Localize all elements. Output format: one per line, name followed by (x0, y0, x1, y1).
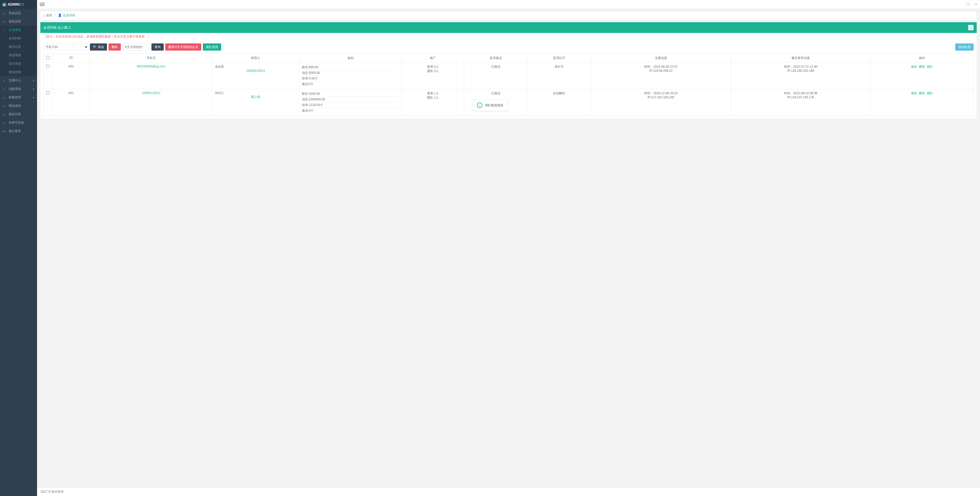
table-header: 最后登录信息 (731, 54, 870, 63)
breadcrumb-current[interactable]: 会员列表 (63, 14, 75, 17)
cell-id: 831 (52, 89, 90, 116)
plus-icon: + (33, 96, 35, 99)
breadcrumb-sep: / (55, 14, 56, 17)
cell-blocked: 未封号 (527, 63, 591, 89)
cell-register: 时间：2022-06-30 22:57IP:124.94.248.22 (591, 63, 731, 89)
plus-icon: + (33, 79, 35, 83)
sidebar-item-label: 商品添加 (9, 104, 21, 108)
sidebar-item-label: 交易中心 (9, 78, 21, 83)
brand-text-a: ADMIN (8, 0, 19, 9)
delete-inactive-button[interactable]: 删除N天没登陆的会员 (165, 43, 201, 51)
query-button[interactable]: 查询 (151, 43, 164, 51)
cell-actions: 修改 删除 团队 (871, 63, 974, 89)
brand-text-b: EX (19, 0, 24, 9)
edit-link[interactable]: 修改 (911, 65, 917, 68)
sidebar-nav: ⌂奖金设定⌂系统设置⌂会员系统-会员列表操作记录资金明细后台充值激活抢购⌂交易中… (0, 9, 37, 135)
table-row: 832992262056@qq.com未设置15500110011静态:900.… (44, 63, 974, 89)
logout-icon[interactable]: ↦ (974, 2, 977, 6)
sidebar-subitem-2-4[interactable]: 激活抢购 (0, 68, 37, 76)
row-checkbox[interactable] (46, 91, 49, 94)
phone-input[interactable] (43, 43, 73, 51)
sidebar-item-4[interactable]: ⌂消息系统+ (0, 85, 37, 93)
delete-button[interactable]: 删除 (108, 43, 121, 51)
team-link[interactable]: 团队 (927, 91, 933, 95)
filter-button[interactable]: 🔍筛选 (90, 43, 107, 51)
breadcrumb-home[interactable]: 首页 (46, 14, 52, 17)
toolbar: 🔍筛选 删除 查询 删除N天没登陆的会员 团队更新 添加会员 (43, 43, 974, 51)
sidebar-item-label: 退出登录 (9, 129, 21, 134)
sidebar-subitem-2-0[interactable]: 会员列表 (0, 34, 37, 43)
sidebar-subitem-2-3[interactable]: 后台充值 (0, 59, 37, 68)
cell-lastlogin: 时间：2022-08-10 09:38IP:119.237.193.176 (731, 89, 870, 116)
table-header: 注册信息 (591, 54, 731, 63)
brand: ADMINEX (0, 0, 37, 9)
add-member-button[interactable]: 添加会员 (955, 43, 974, 51)
home-icon: ⌂ (3, 104, 6, 108)
breadcrumb: ⌂首页 / 👤会员列表 (40, 11, 977, 20)
sidebar-item-label: 权限管理 (9, 95, 21, 100)
home-icon: ⌂ (3, 29, 6, 32)
plus-icon: + (33, 87, 35, 91)
sidebar-item-5[interactable]: ⌂权限管理+ (0, 93, 37, 102)
signout-icon: ↦ (3, 129, 6, 133)
delete-link[interactable]: 删除 (919, 65, 925, 68)
sidebar-item-0[interactable]: ⌂奖金设定 (0, 9, 37, 17)
days-input[interactable] (123, 43, 150, 51)
table-header: 是否激活 (464, 54, 527, 63)
select-all-checkbox[interactable] (46, 56, 49, 59)
sidebar-item-1[interactable]: ⌂系统设置 (0, 17, 37, 26)
sidebar-item-2[interactable]: ⌂会员系统- (0, 26, 37, 34)
row-checkbox[interactable] (46, 65, 49, 68)
home-icon: ⌂ (3, 20, 6, 24)
sidebar-item-8[interactable]: ⌂排单币充值 (0, 119, 37, 127)
sidebar-item-3[interactable]: ⌂交易中心+ (0, 76, 37, 85)
menu-toggle-icon[interactable] (40, 3, 45, 6)
phone-link[interactable]: 15500110011 (142, 91, 161, 95)
cell-activated: 已激活 (464, 63, 527, 89)
check-circle-icon: ✓ (477, 102, 482, 108)
delete-link[interactable]: 删除 (919, 91, 925, 95)
sidebar-item-label: 购买记录 (9, 112, 21, 116)
table-header: 钱包 (299, 54, 402, 63)
sidebar-item-label: 奖金设定 (9, 11, 21, 15)
cell-referrer: 34212最上级 (212, 89, 299, 116)
team-update-button[interactable]: 团队更新 (203, 43, 221, 51)
table-header: 手机号 (90, 54, 212, 63)
cell-wallet: 静态:1040.00动态:1000000.00排单:1128.00个激活:0个 (299, 89, 402, 116)
panel-tools: ⌄ (968, 25, 974, 30)
sidebar-item-9[interactable]: ↦退出登录 (0, 127, 37, 135)
cell-blocked: 永远解封 (527, 89, 591, 116)
filter-select[interactable] (74, 43, 88, 51)
home-icon: ⌂ (3, 96, 6, 99)
toast-text: 团队数据最新 (485, 103, 503, 108)
panel-hint: （提示：在后台添加过会员后，必须更新团队数据！前台正常注册不用更新。） (40, 33, 977, 40)
sidebar-item-label: 消息系统 (9, 87, 21, 91)
referrer-link[interactable]: 15500110011 (246, 69, 265, 73)
minus-icon: - (33, 29, 35, 32)
cell-actions: 修改 删除 团队 (871, 89, 974, 116)
cell-register: 时间：2019-12-06 20:10IP:117.152.155.245 (591, 89, 731, 116)
main: 🖵 ↦ ⌂首页 / 👤会员列表 会员列表.总人数:2 ⌄ （提示：在后台添加过会… (37, 0, 980, 496)
edit-link[interactable]: 修改 (911, 91, 917, 95)
table-header: ID (52, 54, 90, 63)
user-icon: 👤 (58, 14, 62, 17)
sidebar-subitem-2-2[interactable]: 资金明细 (0, 51, 37, 59)
footer: 2017 © 技术支持 (37, 487, 980, 496)
table-body: 832992262056@qq.com未设置15500110011静态:900.… (44, 63, 974, 116)
sidebar-item-6[interactable]: ⌂商品添加 (0, 102, 37, 110)
sidebar-subitem-2-1[interactable]: 操作记录 (0, 43, 37, 51)
search-icon: 🔍 (93, 45, 97, 49)
table-header-row: ID手机号推荐人钱包推广是否激活是否封号注册信息最后登录信息操作 (44, 54, 974, 63)
laptop-icon[interactable]: 🖵 (966, 2, 970, 6)
home-icon: ⌂ (43, 14, 45, 17)
referrer-link[interactable]: 最上级 (251, 95, 260, 99)
panel: 会员列表.总人数:2 ⌄ （提示：在后台添加过会员后，必须更新团队数据！前台正常… (40, 22, 977, 119)
phone-link[interactable]: 992262056@qq.com (137, 65, 165, 68)
panel-collapse-button[interactable]: ⌄ (968, 25, 974, 30)
sidebar-item-7[interactable]: ⌂购买记录 (0, 110, 37, 119)
cell-referrer: 未设置15500110011 (212, 63, 299, 89)
home-icon: ⌂ (3, 79, 6, 83)
cell-promo: 直推:1人团队:1人 (402, 89, 464, 116)
team-link[interactable]: 团队 (927, 65, 933, 68)
sidebar-item-label: 系统设置 (9, 19, 21, 24)
